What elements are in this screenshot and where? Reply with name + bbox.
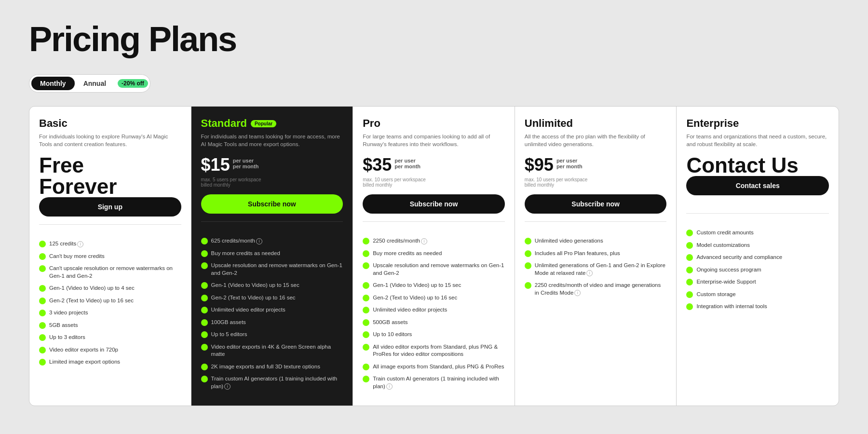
feature-item: Model customizations [686,242,829,249]
feature-text: Custom storage [696,291,735,298]
plan-top-enterprise: Enterprise For teams and organizations t… [686,117,829,214]
feature-dot [686,279,693,285]
feature-text: Integration with internal tools [696,303,767,311]
feature-text: Unlimited generations of Gen-1 and Gen-2… [535,262,667,277]
feature-item: Gen-2 (Text to Video) up to 16 sec [201,294,343,302]
feature-item: Buy more credits as needed [363,250,505,258]
feature-text: Up to 10 editors [373,331,412,339]
feature-item: Unlimited video editor projects [201,306,343,314]
feature-text: Gen-1 (Video to Video) up to 4 sec [49,285,135,292]
feature-item: 2250 credits/monthi [363,237,505,245]
plan-btn-enterprise[interactable]: Contact sales [686,176,829,195]
feature-item: 2250 credits/month of video and image ge… [525,282,667,297]
feature-text: All image exports from Standard, plus PN… [373,363,504,371]
feature-item: Unlimited video editor projects [363,306,505,314]
feature-dot [363,250,369,257]
popular-badge: Popular [251,120,276,127]
monthly-toggle[interactable]: Monthly [31,77,75,90]
feature-item: 125 creditsi [39,240,181,248]
info-icon[interactable]: i [574,290,581,296]
feature-text: Limited image export options [49,358,120,366]
feature-dot [201,282,208,289]
feature-item: Gen-1 (Video to Video) up to 15 sec [363,282,505,289]
plan-top-standard: Standard Popular For individuals and tea… [201,117,343,222]
annual-toggle-row: Annual -20% off [75,77,148,90]
feature-text: 125 creditsi [49,240,83,248]
feature-text: 2250 credits/monthi [373,237,427,245]
feature-dot [363,364,369,370]
features-section-basic: 125 creditsi Can't buy more credits Can'… [39,232,181,371]
feature-dot [39,265,46,272]
plan-btn-standard[interactable]: Subscribe now [201,194,343,214]
plan-price-note-standard: max. 5 users per workspacebilled monthly [201,177,343,188]
plan-desc-basic: For individuals looking to explore Runwa… [39,133,181,148]
feature-item: Gen-2 (Text to Video) up to 16 sec [363,294,505,302]
feature-dot [201,344,208,351]
annual-toggle[interactable]: Annual [75,77,115,90]
feature-dot [39,359,46,366]
feature-item: 2K image exports and full 3D texture opt… [201,363,343,371]
plan-btn-unlimited[interactable]: Subscribe now [525,194,667,214]
plan-name-pro: Pro [363,117,380,130]
feature-text: Ongoing success program [696,266,761,274]
plan-name-unlimited: Unlimited [525,117,573,130]
plan-btn-basic[interactable]: Sign up [39,197,181,217]
feature-item: Custom credit amounts [686,229,829,237]
page-title: Pricing Plans [29,19,839,59]
feature-text: Includes all Pro Plan features, plus [535,250,620,258]
feature-dot [525,262,531,269]
info-icon[interactable]: i [421,238,427,244]
info-icon[interactable]: i [224,383,231,390]
feature-dot [39,347,46,353]
feature-item: Upscale resolution and remove watermarks… [363,262,505,277]
feature-text: 2250 credits/month of video and image ge… [535,282,667,297]
feature-item: All video editor exports from Standard, … [363,343,505,358]
feature-text: Advanced security and compliance [696,254,782,261]
feature-dot [201,238,208,244]
feature-dot [363,331,369,338]
feature-item: 500GB assets [363,319,505,326]
feature-item: Train custom AI generators (1 training i… [201,375,343,390]
feature-item: Unlimited video generations [525,237,667,245]
feature-item: Custom storage [686,291,829,298]
plan-btn-pro[interactable]: Subscribe now [363,194,505,214]
feature-text: Custom credit amounts [696,229,753,237]
feature-item: Enterprise-wide Support [686,278,829,286]
info-icon[interactable]: i [77,241,83,247]
feature-text: Buy more credits as needed [211,250,280,258]
feature-item: Gen-2 (Text to Video) up to 16 sec [39,297,181,305]
info-icon[interactable]: i [256,238,262,244]
feature-item: Can't upscale resolution or remove water… [39,265,181,280]
plan-card-basic: Basic For individuals looking to explore… [29,107,191,406]
feature-item: Up to 10 editors [363,331,505,339]
feature-text: 625 credits/monthi [211,237,262,245]
plans-grid: Basic For individuals looking to explore… [29,106,839,406]
feature-text: Upscale resolution and remove watermarks… [373,262,505,277]
plan-top-unlimited: Unlimited All the access of the pro plan… [525,117,667,222]
feature-item: Gen-1 (Video to Video) up to 4 sec [39,285,181,292]
plan-card-standard: Standard Popular For individuals and tea… [191,107,353,406]
feature-text: Gen-1 (Video to Video) up to 15 sec [373,282,461,289]
feature-text: Buy more credits as needed [373,250,442,258]
plan-price-standard: $15 [201,155,230,175]
feature-item: Buy more credits as needed [201,250,343,258]
feature-dot [201,331,208,338]
plan-price-note-pro: max. 10 users per workspacebilled monthl… [363,177,505,188]
billing-toggle[interactable]: Monthly Annual -20% off [29,74,150,93]
feature-text: Gen-2 (Text to Video) up to 16 sec [373,294,457,302]
feature-text: Unlimited video editor projects [373,306,447,314]
feature-text: 2K image exports and full 3D texture opt… [211,363,320,371]
plan-price-note-unlimited: max. 10 users per workspacebilled monthl… [525,177,667,188]
feature-dot [363,282,369,289]
info-icon[interactable]: i [386,383,393,390]
feature-item: Upscale resolution and remove watermarks… [201,262,343,277]
feature-item: Up to 5 editors [201,331,343,339]
feature-text: 100GB assets [211,319,246,326]
info-icon[interactable]: i [586,270,593,276]
feature-dot [525,282,531,289]
feature-text: 3 video projects [49,309,88,317]
plan-name-basic: Basic [39,117,68,130]
plan-desc-standard: For individuals and teams looking for mo… [201,133,343,148]
feature-text: Unlimited video generations [535,237,603,245]
feature-text: Train custom AI generators (1 training i… [211,375,343,390]
